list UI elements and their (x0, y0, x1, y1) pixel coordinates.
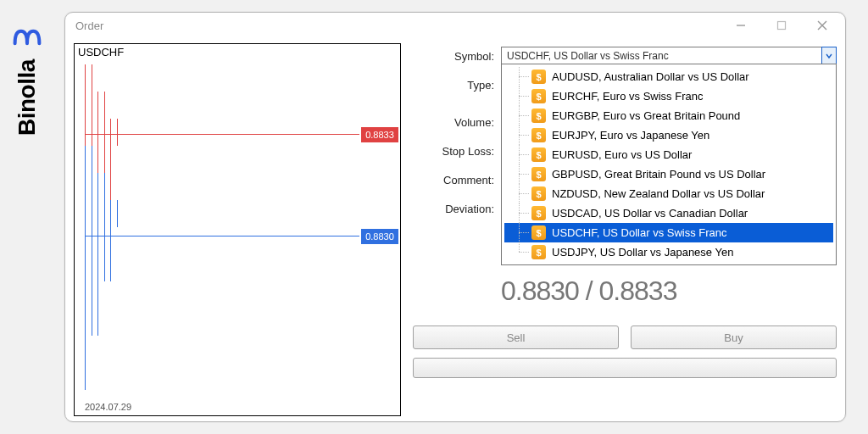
tree-line-icon (513, 125, 531, 145)
dropdown-item[interactable]: $USDCHF, US Dollar vs Swiss Franc (504, 223, 833, 242)
dropdown-item[interactable]: $EURGBP, Euro vs Great Britain Pound (504, 106, 833, 125)
dropdown-item[interactable]: $EURJPY, Euro vs Japanese Yen (504, 125, 833, 145)
tree-line-icon (513, 164, 531, 184)
buy-button[interactable]: Buy (631, 326, 837, 349)
order-window: Order USDCHF 0.8833 0.8830 2024.07.29 Sy… (64, 12, 846, 422)
svg-rect-1 (778, 22, 786, 30)
bid-price-badge: 0.8830 (361, 229, 398, 244)
dropdown-item-label: EURCHF, Euro vs Swiss Franc (552, 90, 703, 103)
currency-icon: $ (531, 206, 546, 220)
close-icon[interactable] (810, 17, 835, 34)
currency-icon: $ (531, 128, 546, 142)
dropdown-item-label: GBPUSD, Great Britain Pound vs US Dollar (552, 168, 765, 181)
currency-icon: $ (531, 245, 546, 259)
brand-icon (12, 22, 42, 53)
chart-symbol-label: USDCHF (78, 46, 124, 58)
tree-line-icon (513, 203, 531, 223)
maximize-icon[interactable] (769, 17, 794, 34)
ask-price-badge: 0.8833 (361, 127, 398, 142)
dropdown-item[interactable]: $AUDUSD, Australian Dollar vs US Dollar (504, 67, 833, 86)
titlebar: Order (65, 13, 845, 38)
dropdown-item[interactable]: $EURCHF, Euro vs Swiss Franc (504, 86, 833, 106)
quote-display: 0.8830 / 0.8833 (501, 275, 837, 307)
dropdown-item[interactable]: $EURUSD, Euro vs US Dollar (504, 145, 833, 164)
currency-icon: $ (531, 147, 546, 162)
tree-line-icon (513, 145, 531, 164)
label-symbol: Symbol: (413, 50, 501, 63)
label-volume: Volume: (413, 116, 501, 129)
currency-icon: $ (531, 89, 546, 103)
currency-icon: $ (531, 225, 546, 240)
brand-name: Binolla (14, 59, 41, 136)
dropdown-item[interactable]: $USDCAD, US Dollar vs Canadian Dollar (504, 203, 833, 223)
currency-icon: $ (531, 186, 546, 201)
chevron-down-icon[interactable] (821, 47, 837, 65)
window-title: Order (75, 19, 103, 32)
dropdown-item-label: EURGBP, Euro vs Great Britain Pound (552, 109, 740, 122)
currency-icon: $ (531, 70, 546, 84)
currency-icon: $ (531, 108, 546, 123)
dropdown-item[interactable]: $USDJPY, US Dollar vs Japanese Yen (504, 242, 833, 262)
dropdown-item-label: USDJPY, US Dollar vs Japanese Yen (552, 246, 733, 259)
sell-button[interactable]: Sell (413, 326, 619, 349)
tree-line-icon (513, 67, 531, 86)
dropdown-item-label: NZDUSD, New Zealand Dollar vs US Dollar (552, 187, 765, 200)
symbol-dropdown[interactable]: $AUDUSD, Australian Dollar vs US Dollar$… (501, 64, 837, 265)
tree-line-icon (513, 223, 531, 242)
dropdown-item-label: EURUSD, Euro vs US Dollar (552, 148, 692, 161)
chart-xaxis-label: 2024.07.29 (85, 402, 131, 412)
symbol-select[interactable]: USDCHF, US Dollar vs Swiss Franc (501, 47, 837, 65)
brand-logo: Binolla (12, 22, 42, 136)
dropdown-item[interactable]: $NZDUSD, New Zealand Dollar vs US Dollar (504, 184, 833, 203)
label-type: Type: (413, 79, 501, 92)
dropdown-item-label: EURJPY, Euro vs Japanese Yen (552, 129, 709, 142)
currency-icon: $ (531, 167, 546, 181)
order-form: Symbol: USDCHF, US Dollar vs Swiss Franc… (413, 43, 837, 411)
minimize-icon[interactable] (728, 17, 754, 34)
tree-line-icon (513, 242, 531, 262)
status-input[interactable] (413, 358, 837, 378)
label-deviation: Deviation: (413, 203, 501, 215)
chart-canvas (85, 64, 363, 390)
tree-line-icon (513, 86, 531, 106)
dropdown-item-label: AUDUSD, Australian Dollar vs US Dollar (552, 70, 749, 83)
tree-line-icon (513, 106, 531, 125)
label-stoploss: Stop Loss: (413, 145, 501, 158)
symbol-select-value: USDCHF, US Dollar vs Swiss Franc (507, 50, 669, 62)
label-comment: Comment: (413, 174, 501, 186)
dropdown-item[interactable]: $GBPUSD, Great Britain Pound vs US Dolla… (504, 164, 833, 184)
tree-line-icon (513, 184, 531, 203)
tick-chart: USDCHF 0.8833 0.8830 2024.07.29 (74, 43, 401, 416)
dropdown-item-label: USDCHF, US Dollar vs Swiss Franc (552, 226, 727, 239)
dropdown-item-label: USDCAD, US Dollar vs Canadian Dollar (552, 207, 748, 220)
